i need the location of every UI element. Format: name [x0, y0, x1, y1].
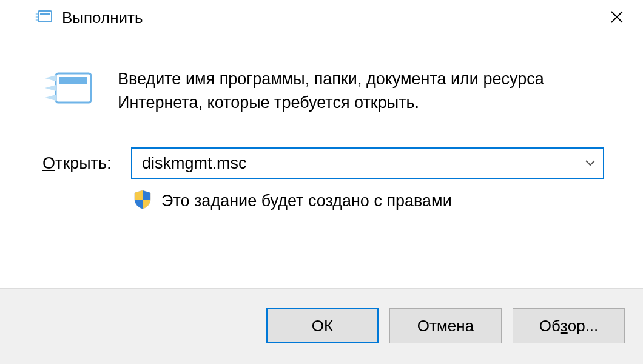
close-button[interactable]	[603, 6, 631, 29]
open-input[interactable]	[131, 147, 604, 179]
admin-row: Это задание будет создано с правами	[133, 190, 625, 212]
cancel-button[interactable]: Отмена	[389, 308, 502, 343]
dialog-body: Введите имя программы, папки, документа …	[0, 38, 643, 288]
input-row: Открыть:	[42, 147, 625, 179]
run-title-icon	[35, 9, 52, 26]
run-dialog: Выполнить Введите имя программы, папки, …	[0, 0, 643, 364]
ok-button[interactable]: ОК	[266, 308, 379, 343]
description-text: Введите имя программы, папки, документа …	[118, 67, 579, 115]
run-body-icon	[42, 67, 93, 112]
open-label: Открыть:	[42, 154, 115, 173]
shield-icon	[133, 190, 152, 212]
admin-note-text: Это задание будет создано с правами	[161, 192, 452, 211]
dialog-title: Выполнить	[62, 8, 143, 27]
description-row: Введите имя программы, папки, документа …	[42, 67, 625, 115]
svg-rect-5	[59, 77, 87, 84]
titlebar: Выполнить	[0, 0, 643, 38]
browse-button[interactable]: Обзор...	[513, 308, 625, 343]
svg-rect-0	[38, 11, 52, 22]
open-combobox[interactable]	[131, 147, 604, 179]
dialog-footer: ОК Отмена Обзор...	[0, 288, 643, 364]
svg-rect-1	[40, 13, 50, 15]
titlebar-left: Выполнить	[35, 8, 143, 27]
